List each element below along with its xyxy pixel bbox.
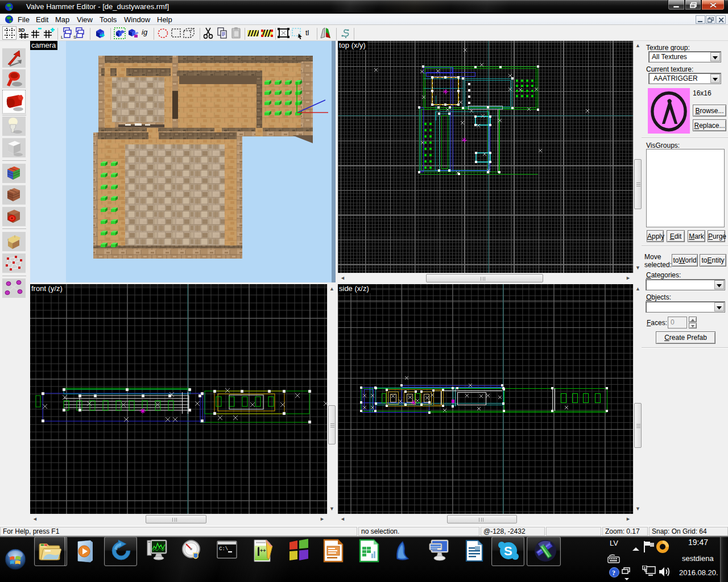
svg-text:C:\: C:\ xyxy=(219,546,228,552)
svg-text:++: ++ xyxy=(260,548,266,554)
svg-text:?: ? xyxy=(612,569,615,577)
svg-text:3D: 3D xyxy=(18,27,25,33)
svg-text:L: L xyxy=(61,35,64,39)
svg-text:S: S xyxy=(504,544,512,558)
svg-text:S: S xyxy=(73,35,76,39)
